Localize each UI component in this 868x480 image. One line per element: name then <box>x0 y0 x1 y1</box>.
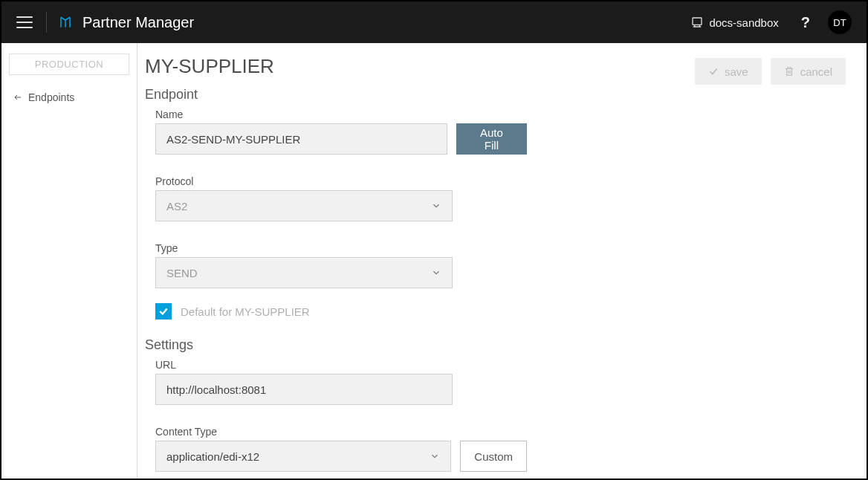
main-content: save cancel MY-SUPPLIER Endpoint Name Au… <box>137 43 867 479</box>
protocol-value: AS2 <box>166 200 187 213</box>
environment-label[interactable]: docs-sandbox <box>709 16 778 29</box>
back-to-endpoints-link[interactable]: Endpoints <box>9 90 129 105</box>
environment-icon <box>691 16 703 28</box>
chevron-down-icon <box>430 451 440 461</box>
autofill-button[interactable]: Auto Fill <box>456 123 527 155</box>
name-input[interactable] <box>155 123 447 155</box>
divider <box>46 12 47 33</box>
content-type-select[interactable]: application/edi-x12 <box>155 441 451 472</box>
back-link-label: Endpoints <box>28 91 74 103</box>
arrow-left-icon <box>12 93 24 102</box>
save-label: save <box>725 65 748 78</box>
app-logo-icon <box>59 16 72 29</box>
protocol-select[interactable]: AS2 <box>155 190 453 221</box>
settings-section-heading: Settings <box>145 337 852 353</box>
url-field: URL <box>155 359 527 405</box>
content-type-value: application/edi-x12 <box>166 450 259 463</box>
default-checkbox-label: Default for MY-SUPPLIER <box>181 305 310 318</box>
save-button[interactable]: save <box>695 58 762 85</box>
cancel-label: cancel <box>800 65 832 78</box>
type-label: Type <box>155 242 527 254</box>
type-field: Type SEND <box>155 242 527 288</box>
avatar[interactable]: DT <box>828 10 852 34</box>
svg-rect-0 <box>693 18 702 25</box>
chevron-down-icon <box>431 201 441 211</box>
trash-icon <box>784 66 794 77</box>
name-field: Name Auto Fill <box>155 108 527 155</box>
protocol-label: Protocol <box>155 175 527 187</box>
action-buttons: save cancel <box>695 58 846 85</box>
content-type-label: Content Type <box>155 426 527 438</box>
url-label: URL <box>155 359 527 371</box>
custom-button[interactable]: Custom <box>460 441 527 472</box>
content-type-field: Content Type application/edi-x12 Custom <box>155 426 527 472</box>
body-area: PRODUCTION Endpoints save cancel <box>1 43 867 479</box>
protocol-field: Protocol AS2 <box>155 175 527 221</box>
sidebar: PRODUCTION Endpoints <box>1 43 137 479</box>
check-icon <box>708 66 719 77</box>
default-checkbox[interactable] <box>155 303 172 320</box>
type-select[interactable]: SEND <box>155 257 453 288</box>
chevron-down-icon <box>431 267 441 278</box>
endpoint-section-heading: Endpoint <box>145 87 852 103</box>
top-bar: Partner Manager docs-sandbox ? DT <box>1 1 867 43</box>
production-badge[interactable]: PRODUCTION <box>9 53 129 75</box>
url-input[interactable] <box>155 374 453 405</box>
default-checkbox-row: Default for MY-SUPPLIER <box>155 303 852 320</box>
name-label: Name <box>155 108 527 120</box>
cancel-button[interactable]: cancel <box>771 58 846 85</box>
check-icon <box>158 306 169 317</box>
app-title: Partner Manager <box>82 14 194 31</box>
hamburger-menu-icon[interactable] <box>16 14 33 30</box>
help-icon[interactable]: ? <box>801 14 810 31</box>
type-value: SEND <box>166 267 198 279</box>
